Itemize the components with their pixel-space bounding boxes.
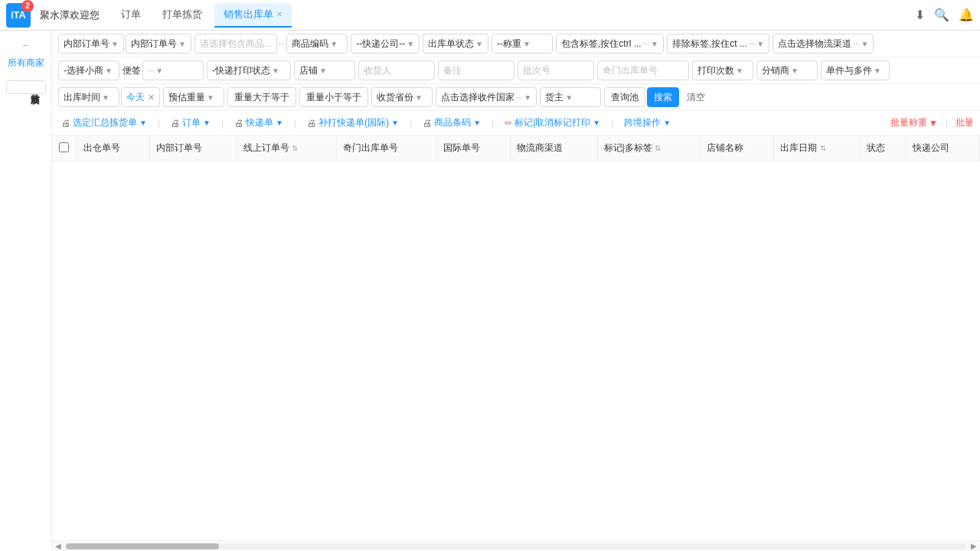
chevron-down-icon: ▼: [473, 119, 481, 127]
more-icon[interactable]: ···: [643, 40, 649, 48]
weight-gte-btn[interactable]: 重量大于等于: [227, 87, 296, 107]
horizontal-scrollbar[interactable]: ◀ ▶: [52, 540, 980, 551]
print-count-select[interactable]: 打印次数 ▼: [692, 60, 753, 80]
sort-icon[interactable]: ⇅: [820, 144, 826, 152]
mark-print-btn[interactable]: ✏ 标记|取消标记打印 ▼: [501, 115, 603, 131]
select-all-checkbox[interactable]: [59, 142, 69, 152]
remark-input[interactable]: 备注: [438, 60, 514, 80]
weight-lte-btn[interactable]: 重量小于等于: [299, 87, 368, 107]
exclude-tags-select[interactable]: 排除标签,按住ct ... ··· ▼: [667, 34, 769, 54]
more-icon[interactable]: ···: [148, 67, 154, 75]
express-btn[interactable]: 🖨 快递单 ▼: [231, 115, 286, 131]
clear-time-icon[interactable]: ✕: [148, 93, 155, 103]
order-no-filter: 内部订单号 ▼ 内部订单号 ▼: [58, 34, 191, 54]
select-all-bill-btn[interactable]: 🖨 选定汇总拣货单 ▼: [58, 115, 150, 131]
print-status-select[interactable]: -快递打印状态 ▼: [207, 60, 291, 80]
top-bar: iTA 2 聚水潭欢迎您 订单 打单拣货 销售出库单 ✕ ⬇ 🔍 🔔: [0, 0, 980, 31]
weight-gte-filter: 重量大于等于: [227, 87, 296, 107]
express-company-filter: --快递公司-- ▼: [351, 34, 420, 54]
distributor-select[interactable]: 分销商 ▼: [756, 60, 818, 80]
more-icon[interactable]: ···: [853, 40, 859, 48]
clear-button[interactable]: 清空: [681, 87, 711, 107]
out-status-select[interactable]: 出库单状态 ▼: [423, 34, 488, 54]
chevron-down-icon: ▼: [105, 67, 113, 75]
single-multi-select[interactable]: 单件与多件 ▼: [821, 60, 890, 80]
download-icon[interactable]: ⬇: [915, 8, 925, 22]
express-company-select[interactable]: --快递公司-- ▼: [351, 34, 420, 54]
chevron-down-icon: ▼: [861, 40, 869, 48]
country-select[interactable]: 点击选择收件国家 ··· ▼: [436, 87, 537, 107]
tab-batch[interactable]: 打单拣货: [153, 3, 211, 28]
separator: |: [492, 118, 494, 129]
chevron-down-icon: ▼: [407, 40, 414, 48]
chevron-down-icon: ▼: [319, 67, 327, 75]
scroll-left-arrow[interactable]: ◀: [54, 542, 63, 550]
order-no-type-select[interactable]: 内部订单号 ▼: [58, 34, 124, 54]
merchant-size-select[interactable]: -选择小商 ▼: [58, 60, 119, 80]
weight-select[interactable]: --称重 ▼: [492, 34, 553, 54]
filter-row-3: 出库时间 ▼ 今天 ✕ 预估重量 ▼ 重量大于等于: [52, 84, 980, 111]
weight-preset-filter: 预估重量 ▼: [163, 87, 224, 107]
more-icon[interactable]: ···: [516, 93, 522, 102]
weight-filter: --称重 ▼: [492, 34, 553, 54]
chevron-down-icon: ▼: [791, 67, 799, 75]
select-all-checkbox-header[interactable]: [52, 135, 77, 161]
app-logo: iTA 2: [6, 3, 31, 28]
chevron-down-icon: ▼: [523, 40, 531, 48]
batch-weight-btn[interactable]: 批量称重 ▼: [890, 116, 938, 129]
cross-border-btn[interactable]: 跨境操作 ▼: [621, 115, 674, 131]
search-icon[interactable]: 🔍: [934, 8, 949, 22]
tab-close-icon[interactable]: ✕: [276, 10, 283, 18]
order-no-value-select[interactable]: 内部订单号 ▼: [126, 34, 191, 54]
scroll-thumb[interactable]: [66, 543, 219, 549]
filter-row-1: 内部订单号 ▼ 内部订单号 ▼ 请选择包含商品... ··· 商品编码 ▼: [52, 31, 980, 57]
tab-orders[interactable]: 订单: [112, 3, 150, 28]
more-icon[interactable]: ···: [279, 40, 285, 48]
search-pool-button[interactable]: 查询池: [604, 87, 645, 107]
logistics-channel-filter: 点击选择物流渠道 ··· ▼: [773, 34, 874, 54]
sort-icon[interactable]: ⇅: [655, 144, 661, 152]
scroll-right-arrow[interactable]: ▶: [969, 542, 978, 550]
chevron-down-icon: ▼: [663, 119, 671, 127]
sidebar-new-feature[interactable]: 新胜途售前演示: [6, 80, 46, 94]
chevron-down-icon: ▼: [203, 119, 211, 127]
intl-express-btn[interactable]: 🖨 补打快递单(国际) ▼: [304, 115, 402, 131]
data-table: 出仓单号 内部订单号 线上订单号 ⇅ 奇门出库单号: [52, 135, 980, 161]
notification-badge: 2: [21, 0, 34, 12]
chevron-down-icon: ▼: [593, 119, 600, 127]
sidebar-all-merchants[interactable]: 所有商家: [5, 52, 47, 74]
scroll-track[interactable]: [66, 543, 966, 549]
tab-sales-out[interactable]: 销售出库单 ✕: [214, 3, 292, 28]
store-select[interactable]: 店铺 ▼: [294, 60, 355, 80]
batch-no-input[interactable]: 批次号: [518, 60, 594, 80]
consignee-select[interactable]: 货主 ▼: [540, 87, 601, 107]
time-type-select[interactable]: 出库时间 ▼: [58, 87, 119, 107]
main-layout: -- 所有商家 新胜途售前演示 内部订单号 ▼ 内部订单号 ▼: [0, 31, 980, 551]
bell-icon[interactable]: 🔔: [959, 8, 974, 22]
chevron-down-icon: ▼: [391, 119, 399, 127]
chevron-down-icon: ▼: [102, 93, 109, 102]
product-code-input[interactable]: 请选择包含商品...: [194, 34, 277, 54]
chevron-down-icon: ▼: [651, 40, 658, 48]
batch-more-btn[interactable]: 批量: [956, 116, 974, 129]
single-multi-filter: 单件与多件 ▼: [821, 60, 890, 80]
order-btn[interactable]: 🖨 订单 ▼: [168, 115, 214, 131]
product-code-type-select[interactable]: 商品编码 ▼: [286, 34, 348, 54]
receiver-input[interactable]: 收货人: [358, 60, 435, 80]
logistics-channel-select[interactable]: 点击选择物流渠道 ··· ▼: [773, 34, 874, 54]
product-barcode-btn[interactable]: 🖨 商品条码 ▼: [420, 115, 484, 131]
chevron-down-icon: ▼: [756, 40, 764, 48]
more-icon[interactable]: ···: [749, 40, 755, 48]
include-tags-select[interactable]: 包含标签,按住ctrl ... ··· ▼: [556, 34, 664, 54]
table-header: 出仓单号 内部订单号 线上订单号 ⇅ 奇门出库单号: [52, 135, 980, 161]
search-button[interactable]: 搜索: [647, 87, 679, 107]
ship-province-select[interactable]: 收货省份 ▼: [371, 87, 433, 107]
tag-select[interactable]: ··· ▼: [142, 60, 204, 80]
include-tags-filter: 包含标签,按住ctrl ... ··· ▼: [556, 34, 664, 54]
weight-preset-select[interactable]: 预估重量 ▼: [163, 87, 224, 107]
consignee-filter: 货主 ▼: [540, 87, 601, 107]
time-value-input[interactable]: 今天 ✕: [121, 87, 160, 107]
top-bar-right: ⬇ 🔍 🔔: [915, 8, 974, 22]
sort-icon[interactable]: ⇅: [292, 144, 298, 152]
qimen-out-input[interactable]: 奇门出库单号: [597, 60, 689, 80]
